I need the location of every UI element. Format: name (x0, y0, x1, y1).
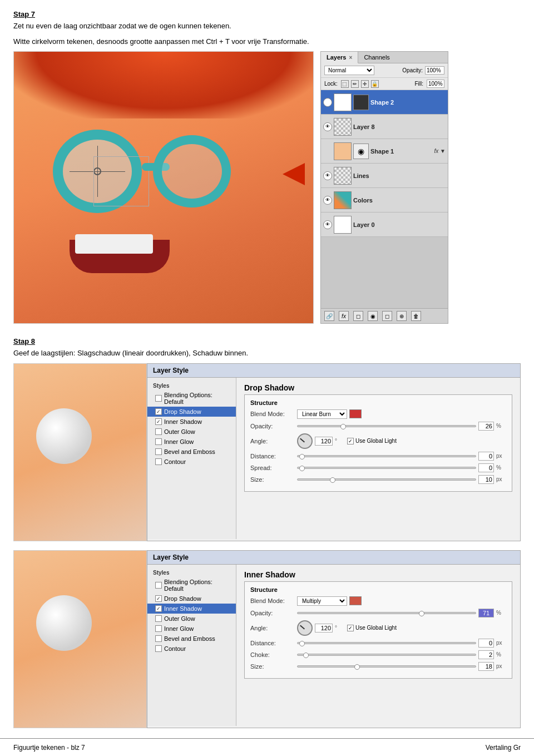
angle-value-drop[interactable] (315, 437, 333, 446)
blend-mode-color-drop[interactable] (349, 409, 362, 418)
size-slider-drop[interactable] (297, 478, 476, 481)
choke-value-inner[interactable] (478, 650, 494, 659)
choke-slider-inner[interactable] (297, 654, 476, 656)
spread-slider-drop[interactable] (297, 467, 476, 469)
new-adjustment-button[interactable]: ◉ (368, 311, 378, 321)
distance-slider-drop[interactable] (297, 455, 476, 457)
effect-title-inner: Inner Shadow (244, 570, 512, 579)
sidebar-inner-glow-drop[interactable]: Inner Glow (147, 437, 236, 447)
add-mask-button[interactable]: ◻ (353, 311, 363, 321)
checkbox-inner-glow-drop[interactable] (155, 438, 162, 445)
blend-mode-dropdown-inner[interactable]: Multiply (297, 596, 347, 606)
sidebar-contour-drop[interactable]: Contour (147, 457, 236, 467)
checkbox-contour-drop[interactable] (155, 458, 162, 465)
layer-row-colors[interactable]: 👁 Colors (321, 188, 448, 213)
sidebar-blending-drop[interactable]: Blending Options: Default (147, 390, 236, 407)
distance-slider-inner[interactable] (297, 642, 476, 644)
teeth (75, 234, 153, 254)
tab-layers[interactable]: Layers × (321, 52, 358, 63)
sidebar-outer-glow-inner[interactable]: Outer Glow (147, 614, 236, 624)
layer-name-colors: Colors (353, 197, 446, 204)
opacity-value-drop[interactable] (478, 422, 494, 431)
choke-unit-inner: % (496, 651, 506, 658)
size-value-drop[interactable] (478, 475, 494, 484)
size-slider-inner[interactable] (297, 665, 476, 668)
layer-mask-shape1: ◉ (353, 144, 369, 159)
checkbox-drop-shadow-inner[interactable] (155, 595, 162, 602)
spread-thumb-drop (299, 466, 305, 471)
opacity-slider-inner[interactable] (297, 612, 476, 614)
layer-thumb-shape2 (334, 93, 352, 111)
lock-all-icon[interactable]: 🔒 (371, 80, 379, 88)
link-layers-button[interactable]: 🔗 (324, 311, 334, 321)
sidebar-contour-inner[interactable]: Contour (147, 644, 236, 654)
opacity-value-inner[interactable]: 71 (478, 609, 494, 617)
blend-mode-color-inner[interactable] (349, 596, 362, 605)
angle-widget-inner[interactable] (297, 620, 313, 636)
layer-row-lines[interactable]: 👁 Lines (321, 164, 448, 188)
sidebar-inner-shadow-drop[interactable]: Inner Shadow (147, 417, 236, 427)
opacity-param-drop: Opacity: % (250, 422, 506, 431)
sidebar-inner-glow-inner[interactable]: Inner Glow (147, 624, 236, 634)
angle-widget-drop[interactable] (297, 433, 313, 449)
tab-close-icon[interactable]: × (349, 55, 353, 61)
use-global-light-inner: Use Global Light (347, 625, 397, 631)
dialog-body-inner: Styles Blending Options: Default Drop Sh… (147, 565, 520, 726)
tab-channels[interactable]: Channels (358, 52, 395, 63)
blend-mode-select[interactable]: Normal (324, 66, 374, 75)
effect-title-drop: Drop Shadow (244, 383, 512, 392)
distance-value-drop[interactable] (478, 452, 494, 461)
delete-layer-button[interactable]: 🗑 (411, 311, 421, 321)
spread-value-drop[interactable] (478, 463, 494, 472)
layer-visibility-shape2[interactable]: 👁 (323, 98, 332, 107)
layer-visibility-colors[interactable]: 👁 (323, 196, 332, 205)
global-light-checkbox-drop[interactable] (347, 438, 354, 444)
opacity-input[interactable] (425, 66, 444, 75)
size-value-inner[interactable] (478, 662, 494, 671)
new-layer-button[interactable]: ⊕ (397, 311, 407, 321)
layer-row-shape1[interactable]: ◉ Shape 1 fx ▼ (321, 139, 448, 164)
checkbox-outer-glow-drop[interactable] (155, 428, 162, 435)
checkbox-contour-inner[interactable] (155, 645, 162, 652)
checkbox-inner-glow-inner[interactable] (155, 625, 162, 632)
layer-visibility-lines[interactable]: 👁 (323, 171, 332, 180)
fx-button[interactable]: fx (339, 311, 349, 321)
checkbox-blending-inner[interactable] (155, 582, 162, 589)
layer-visibility-layer8[interactable]: 👁 (323, 122, 332, 131)
page-footer: Figuurtje tekenen - blz 7 Vertaling Gr (0, 738, 534, 756)
lock-image-icon[interactable]: ✏ (351, 80, 359, 88)
lock-position-icon[interactable]: ✛ (361, 80, 369, 88)
checkbox-outer-glow-inner[interactable] (155, 615, 162, 622)
new-group-button[interactable]: ◻ (382, 311, 392, 321)
global-light-checkbox-inner[interactable] (347, 625, 354, 631)
lock-transparency-icon[interactable]: ⬚ (341, 80, 349, 88)
sidebar-outer-glow-drop[interactable]: Outer Glow (147, 427, 236, 437)
layer-row-layer0[interactable]: 👁 Layer 0 (321, 213, 448, 237)
size-unit-drop: px (496, 476, 506, 482)
choke-label-inner: Choke: (250, 651, 295, 658)
checkbox-inner-shadow-active[interactable] (155, 605, 162, 612)
layer-row-layer8[interactable]: 👁 Layer 8 (321, 115, 448, 139)
layer-thumb-colors (334, 191, 352, 209)
checkbox-inner-shadow-drop[interactable] (155, 418, 162, 425)
sidebar-drop-shadow-active[interactable]: Drop Shadow (147, 407, 236, 417)
distance-value-inner[interactable] (478, 639, 494, 648)
checkbox-blending-drop[interactable] (155, 395, 162, 402)
fill-input[interactable] (427, 80, 444, 88)
sidebar-inner-shadow-active[interactable]: Inner Shadow (147, 604, 236, 614)
layer-visibility-layer0[interactable]: 👁 (323, 220, 332, 229)
layer-row-shape2[interactable]: 👁 Shape 2 (321, 90, 448, 115)
angle-value-inner[interactable] (315, 624, 333, 633)
hair-top (14, 52, 313, 118)
sidebar-bevel-inner[interactable]: Bevel and Emboss (147, 634, 236, 644)
opacity-slider-drop[interactable] (297, 425, 476, 427)
checkbox-drop-shadow[interactable] (155, 408, 162, 415)
sidebar-drop-shadow-inner[interactable]: Drop Shadow (147, 594, 236, 604)
lock-label: Lock: (324, 81, 338, 87)
footer-left: Figuurtje tekenen - blz 7 (13, 744, 85, 752)
checkbox-bevel-inner[interactable] (155, 635, 162, 642)
blend-mode-dropdown-drop[interactable]: Linear Burn (297, 409, 347, 419)
sidebar-bevel-drop[interactable]: Bevel and Emboss (147, 447, 236, 457)
sidebar-blending-inner[interactable]: Blending Options: Default (147, 577, 236, 594)
checkbox-bevel-drop[interactable] (155, 448, 162, 455)
